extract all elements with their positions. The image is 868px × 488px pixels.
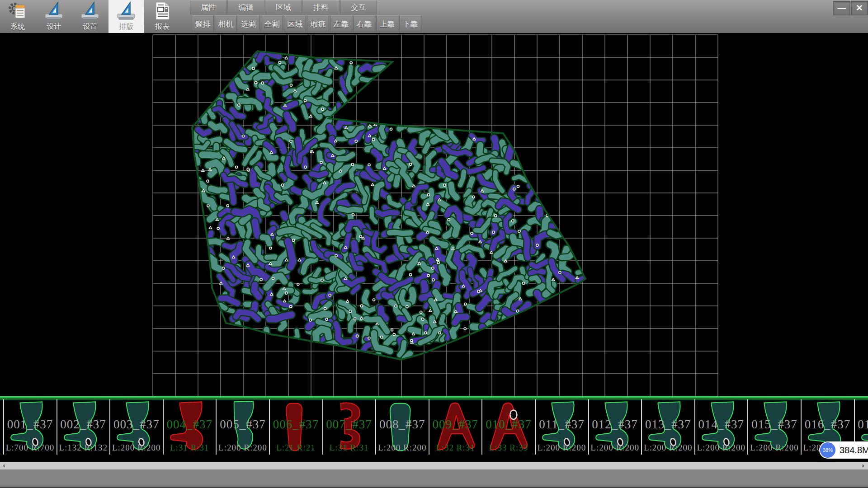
progress-circle: 38% bbox=[820, 442, 835, 458]
nesting-canvas[interactable] bbox=[0, 33, 868, 396]
piece-shape bbox=[377, 401, 426, 452]
piece-thumbnail-14[interactable]: 014_#37L:200 R:200 bbox=[694, 399, 747, 455]
tool-button-4[interactable]: 全割 bbox=[261, 15, 283, 32]
piece-thumbnail-5[interactable]: 005_#37L:200 R:200 bbox=[216, 399, 269, 455]
tool-button-7[interactable]: 左靠 bbox=[330, 15, 352, 32]
minimize-button[interactable]: — bbox=[833, 1, 850, 15]
menu-tab-4[interactable]: 排料 bbox=[302, 0, 340, 14]
piece-shape bbox=[590, 401, 639, 452]
piece-thumbnail-9[interactable]: 009_#37L:32 R:31 bbox=[429, 399, 481, 455]
mode-button-2[interactable]: 设计 bbox=[36, 0, 71, 33]
mode-button-label: 系统 bbox=[10, 22, 25, 32]
piece-thumbnail-13[interactable]: 013_#37L:200 R:200 bbox=[641, 399, 694, 455]
menu-tab-5[interactable]: 交互 bbox=[340, 0, 377, 14]
piece-shape bbox=[5, 401, 54, 452]
piece-shape bbox=[537, 401, 586, 452]
piece-hole bbox=[510, 410, 517, 420]
piece-shape bbox=[643, 401, 692, 452]
progress-badge[interactable]: 38% 384.8M bbox=[819, 441, 868, 459]
mode-button-label: 设计 bbox=[47, 22, 61, 32]
piece-thumbnail-6[interactable]: 006_#37L:21 R:21 bbox=[269, 399, 322, 455]
mode-button-label: 设置 bbox=[83, 22, 97, 32]
report-doc-icon bbox=[152, 1, 172, 21]
pieces-thumbnail-strip: 001_#37L:700 R:700002_#37L:132 R:132003_… bbox=[0, 399, 868, 455]
piece-shape bbox=[271, 401, 320, 452]
piece-shape bbox=[484, 401, 533, 452]
menu-tab-row: 属性编辑区域排料交互 bbox=[190, 0, 377, 15]
piece-thumbnail-1[interactable]: 001_#37L:700 R:700 bbox=[3, 399, 56, 455]
memory-size-label: 384.8M bbox=[840, 445, 868, 455]
piece-thumbnail-10[interactable]: 010_#37L:33 R:33 bbox=[481, 399, 534, 455]
piece-thumbnail-7[interactable]: 007_#37L:31 R:31 bbox=[322, 399, 375, 455]
system-gear-icon bbox=[8, 1, 28, 21]
mode-button-label: 报表 bbox=[155, 22, 170, 32]
nesting-canvas-graphic bbox=[0, 33, 868, 396]
settings-ruler-icon bbox=[80, 1, 100, 21]
piece-shape bbox=[325, 401, 373, 452]
tool-button-8[interactable]: 右靠 bbox=[353, 15, 375, 32]
status-bar bbox=[0, 469, 868, 488]
tool-button-row: 聚排相机选割全割区域瑕疵左靠右靠上靠下靠 bbox=[192, 15, 422, 33]
piece-thumbnail-8[interactable]: 008_#37L:200 R:200 bbox=[375, 399, 428, 455]
tool-button-10[interactable]: 下靠 bbox=[399, 15, 421, 32]
piece-shape bbox=[112, 401, 160, 452]
main-toolbar: 系统设计设置排版报表 属性编辑区域排料交互 聚排相机选割全割区域瑕疵左靠右靠上靠… bbox=[0, 0, 868, 33]
tool-button-1[interactable]: 聚排 bbox=[192, 15, 214, 32]
piece-thumbnail-2[interactable]: 002_#37L:132 R:132 bbox=[57, 399, 109, 455]
mode-button-label: 排版 bbox=[119, 22, 133, 32]
tool-button-9[interactable]: 上靠 bbox=[376, 15, 398, 32]
tool-button-5[interactable]: 区域 bbox=[284, 15, 306, 32]
piece-shape bbox=[431, 401, 480, 452]
scroll-left-icon[interactable]: ‹ bbox=[0, 462, 8, 469]
close-button[interactable]: ✕ bbox=[851, 1, 868, 15]
piece-thumbnail-11[interactable]: 011_#37L:200 R:200 bbox=[535, 399, 588, 455]
piece-thumbnail-3[interactable]: 003_#37L:200 R:200 bbox=[109, 399, 162, 455]
scroll-right-icon[interactable]: › bbox=[859, 462, 867, 469]
tool-button-2[interactable]: 相机 bbox=[215, 15, 237, 32]
piece-thumbnail-12[interactable]: 012_#37L:200 R:200 bbox=[588, 399, 641, 455]
tool-button-3[interactable]: 选割 bbox=[238, 15, 260, 32]
horizontal-scrollbar[interactable]: ‹ › bbox=[0, 462, 868, 469]
mode-button-5[interactable]: 报表 bbox=[145, 0, 180, 33]
mode-button-1[interactable]: 系统 bbox=[0, 0, 35, 33]
piece-shape bbox=[218, 401, 267, 452]
piece-shape bbox=[59, 401, 108, 452]
layout-ruler-icon bbox=[116, 1, 136, 21]
mode-button-4[interactable]: 排版 bbox=[108, 0, 144, 33]
menu-tab-3[interactable]: 区域 bbox=[265, 0, 302, 14]
menu-tab-2[interactable]: 编辑 bbox=[227, 0, 264, 14]
piece-shape bbox=[697, 401, 745, 452]
mode-button-3[interactable]: 设置 bbox=[72, 0, 108, 33]
piece-shape bbox=[750, 401, 798, 452]
application-window: 系统设计设置排版报表 属性编辑区域排料交互 聚排相机选割全割区域瑕疵左靠右靠上靠… bbox=[0, 0, 868, 488]
strip-separator-line bbox=[0, 396, 868, 399]
piece-thumbnail-4[interactable]: 004_#37L:31 R:31 bbox=[163, 399, 216, 455]
design-ruler-icon bbox=[44, 1, 64, 21]
piece-thumbnail-15[interactable]: 015_#37L:200 R:200 bbox=[747, 399, 800, 455]
piece-shape bbox=[165, 401, 214, 452]
menu-tab-1[interactable]: 属性 bbox=[190, 0, 227, 14]
tool-button-6[interactable]: 瑕疵 bbox=[307, 15, 329, 32]
